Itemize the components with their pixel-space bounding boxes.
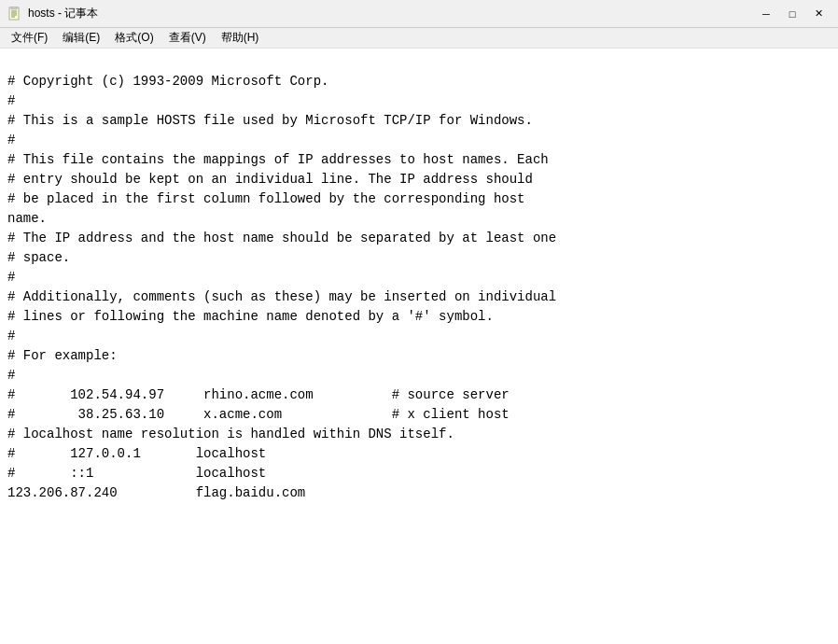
menu-view[interactable]: 查看(V) bbox=[161, 28, 214, 48]
text-line: # This file contains the mappings of IP … bbox=[7, 150, 831, 170]
text-line: # 38.25.63.10 x.acme.com # x client host bbox=[7, 405, 831, 425]
menu-help[interactable]: 帮助(H) bbox=[214, 28, 267, 48]
text-line: # bbox=[7, 91, 831, 111]
text-line: # bbox=[7, 366, 831, 385]
text-line: # bbox=[7, 131, 831, 150]
text-line: # 102.54.94.97 rhino.acme.com # source s… bbox=[7, 385, 831, 405]
title-bar: hosts - 记事本 ─ □ ✕ bbox=[0, 0, 838, 28]
text-line: # Additionally, comments (such as these)… bbox=[7, 287, 831, 307]
menu-edit[interactable]: 编辑(E) bbox=[55, 28, 107, 48]
text-line: # bbox=[7, 268, 831, 287]
notepad-icon bbox=[7, 7, 22, 21]
title-bar-left: hosts - 记事本 bbox=[7, 6, 98, 21]
text-line: # For example: bbox=[7, 346, 831, 366]
menu-file[interactable]: 文件(F) bbox=[4, 28, 55, 48]
text-line: # space. bbox=[7, 248, 831, 268]
maximize-button[interactable]: □ bbox=[780, 5, 804, 23]
text-line: # ::1 localhost bbox=[7, 464, 831, 483]
text-line: 123.206.87.240 flag.baidu.com bbox=[7, 483, 831, 503]
text-line: # entry should be kept on an individual … bbox=[7, 170, 831, 189]
text-line: # localhost name resolution is handled w… bbox=[7, 425, 831, 444]
text-content[interactable]: # Copyright (c) 1993-2009 Microsoft Corp… bbox=[0, 49, 838, 644]
menu-bar: 文件(F) 编辑(E) 格式(O) 查看(V) 帮助(H) bbox=[0, 28, 838, 49]
text-line: name. bbox=[7, 209, 831, 229]
text-line: # This is a sample HOSTS file used by Mi… bbox=[7, 111, 831, 131]
text-line: # The IP address and the host name shoul… bbox=[7, 229, 831, 248]
text-line: # lines or following the machine name de… bbox=[7, 307, 831, 327]
text-line: # bbox=[7, 327, 831, 346]
minimize-button[interactable]: ─ bbox=[754, 5, 778, 23]
text-line: # Copyright (c) 1993-2009 Microsoft Corp… bbox=[7, 72, 831, 91]
menu-format[interactable]: 格式(O) bbox=[107, 28, 161, 48]
close-button[interactable]: ✕ bbox=[806, 5, 831, 23]
text-line: # 127.0.0.1 localhost bbox=[7, 444, 831, 464]
svg-rect-1 bbox=[11, 7, 17, 9]
window-title: hosts - 记事本 bbox=[28, 6, 98, 21]
text-line: # be placed in the first column followed… bbox=[7, 189, 831, 209]
title-bar-controls: ─ □ ✕ bbox=[754, 5, 831, 23]
